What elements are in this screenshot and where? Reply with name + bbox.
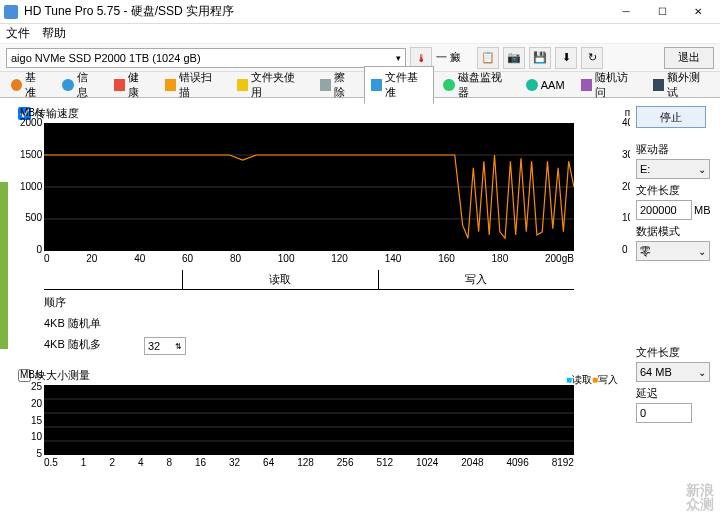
blocksize-chart	[44, 385, 574, 455]
transfer-chart	[44, 123, 574, 251]
filelength2-select[interactable]: 64 MB	[636, 362, 710, 382]
filelength-input[interactable]: 200000	[636, 200, 692, 220]
tab-aam[interactable]: AAM	[519, 75, 572, 95]
stop-button[interactable]: 停止	[636, 106, 706, 128]
drive-select[interactable]: aigo NVMe SSD P2000 1TB (1024 gB)	[6, 48, 406, 68]
close-button[interactable]: ✕	[680, 1, 716, 23]
filelength2-label: 文件长度	[636, 345, 714, 360]
chart1-y2-axis: 403020100	[622, 117, 630, 255]
row-4k-single: 4KB 随机单	[44, 316, 144, 331]
app-icon	[4, 5, 18, 19]
read-col: 读取	[182, 270, 378, 289]
blocksize-label: 块大小测量	[35, 368, 90, 383]
chart2-unit: MB/s	[20, 369, 43, 380]
chart1-y-axis: 2000150010005000	[20, 117, 42, 255]
titlebar: HD Tune Pro 5.75 - 硬盘/SSD 实用程序 ─ ☐ ✕	[0, 0, 720, 24]
delay-label: 延迟	[636, 386, 714, 401]
row-4k-multi: 4KB 随机多	[44, 337, 144, 355]
drive-letter-select[interactable]: E:	[636, 159, 710, 179]
datamode-select[interactable]: 零	[636, 241, 710, 261]
window-title: HD Tune Pro 5.75 - 硬盘/SSD 实用程序	[24, 3, 608, 20]
delay-input[interactable]: 0	[636, 403, 692, 423]
temp-label: 一 癜	[436, 50, 461, 65]
datamode-label: 数据模式	[636, 224, 714, 239]
threads-spinner[interactable]: 32	[144, 337, 186, 355]
row-seq: 顺序	[44, 295, 144, 310]
right-panel: 停止 驱动器 E: 文件长度 200000 MB 数据模式 零 文件长度 64 …	[630, 98, 720, 517]
watermark: 新浪众测	[686, 483, 714, 511]
drive-label: 驱动器	[636, 142, 714, 157]
chart1-x-axis: 020406080100120140160180200gB	[44, 253, 574, 264]
mb-label: MB	[694, 204, 711, 216]
menu-file[interactable]: 文件	[6, 25, 30, 42]
rw-header: 读取 写入	[44, 270, 574, 290]
menubar: 文件 帮助	[0, 24, 720, 44]
side-indicator	[0, 98, 8, 517]
write-col: 写入	[378, 270, 574, 289]
chart2-x-axis: 0.512481632641282565121024204840968192	[44, 457, 574, 468]
save-button[interactable]: 💾	[529, 47, 551, 69]
minimize-button[interactable]: ─	[608, 1, 644, 23]
menu-help[interactable]: 帮助	[42, 25, 66, 42]
maximize-button[interactable]: ☐	[644, 1, 680, 23]
filelength-label: 文件长度	[636, 183, 714, 198]
chart2-y-axis: 252015105	[24, 381, 42, 459]
tabbar: 基准 信息 健康 错误扫描 文件夹使用 擦除 文件基准 磁盘监视器 AAM 随机…	[0, 72, 720, 98]
